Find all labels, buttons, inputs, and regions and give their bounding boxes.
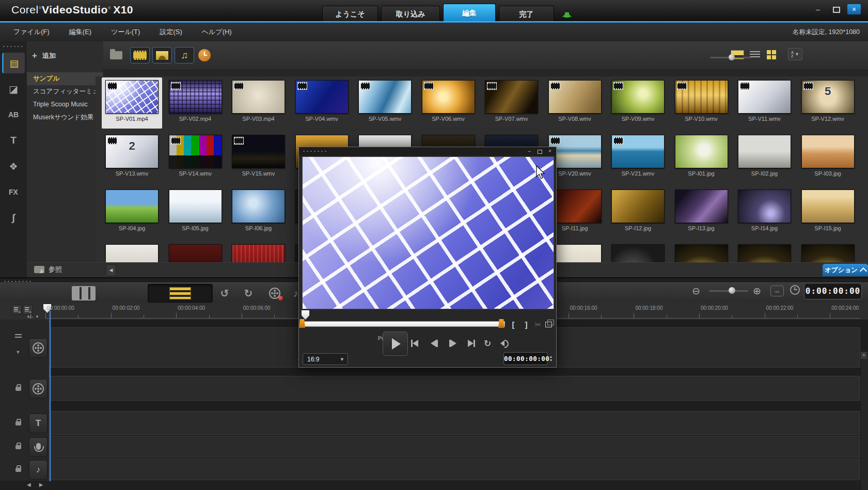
trim-handle-end[interactable] [498,319,504,328]
library-item[interactable] [228,242,289,262]
mark-in-button[interactable]: [ [508,320,518,330]
tab-4[interactable]: 完了 [499,6,554,21]
enlarge-preview-icon[interactable] [545,322,552,327]
storyboard-view-button[interactable] [66,284,101,303]
library-item[interactable]: SP-I05.jpg [165,187,226,238]
filter-photos-button[interactable] [152,47,172,64]
music-track-button[interactable]: ♪ [29,460,48,480]
library-item[interactable]: SP-V11.wmv [734,77,795,129]
category-4[interactable]: Muserkサウンド効果 [27,111,103,124]
video-track-expand[interactable]: ▼ [13,350,23,355]
rail-item-motion-path[interactable]: ∫ [2,208,25,228]
spin-down-icon[interactable]: ▼ [548,358,554,362]
maximize-button[interactable] [829,4,843,14]
green-up-arrow-icon[interactable] [562,7,572,19]
preview-titlebar[interactable]: – × [299,147,556,156]
library-item[interactable]: 5SP-V12.wmv [798,77,858,129]
library-item[interactable]: SP-I15.jpg [798,187,858,238]
thumbnail-size-slider[interactable] [710,54,751,61]
tab-2[interactable]: 取り込み [381,6,440,21]
menu-item-1[interactable]: ファイル(F) [13,27,50,37]
filter-audio-button[interactable]: ♫ [175,47,194,64]
library-item[interactable]: SP-I04.jpg [102,187,162,238]
menu-item-2[interactable]: 編集(E) [69,27,91,37]
project-duration-icon[interactable] [790,285,800,295]
voice-track-strip[interactable] [49,436,860,457]
close-button[interactable]: × [547,148,553,155]
repeat-button[interactable]: ↻ [482,337,493,350]
rail-item-title[interactable]: T [2,130,25,151]
timeline-timecode[interactable]: 0:00:00:00 [804,283,862,299]
timeline-vertical-scrollbar[interactable]: ∧ ∨ [860,351,868,490]
rail-item-media-library[interactable]: ▤ [2,53,25,73]
maximize-button[interactable] [536,148,543,155]
scroll-left-icon[interactable]: ◀ [27,482,31,487]
library-item[interactable]: SP-V10.wmv [671,77,732,129]
show-all-tracks-button[interactable] [12,305,22,314]
scrubber-track[interactable] [303,321,505,327]
redo-button[interactable]: ↻ [240,284,257,303]
library-item[interactable]: SP-I01.jpg [671,132,732,183]
track-manager-button[interactable] [23,305,33,314]
rail-item-filter-fx[interactable]: FX [2,182,25,202]
grid-view-button[interactable] [764,49,779,61]
next-frame-button[interactable] [447,337,459,350]
scroll-right-icon[interactable]: ▶ [39,482,43,487]
split-clip-button[interactable]: ✂ [533,320,543,330]
category-2[interactable]: スコアフィッターミュ... [27,85,103,98]
library-item[interactable] [165,242,226,262]
slider-knob[interactable] [729,287,735,294]
music-track-strip[interactable] [49,459,860,480]
library-item[interactable]: SP-I13.jpg [671,187,732,238]
mark-out-button[interactable]: ] [521,320,531,330]
library-item[interactable]: SP-V05.wmv [355,77,415,129]
voice-track-toggle[interactable] [13,442,23,449]
speed-lapse-button[interactable] [197,48,212,62]
minimize-button[interactable]: – [811,4,825,14]
preview-video-area[interactable] [302,156,554,309]
add-category-button[interactable]: + 追加 [32,51,56,61]
options-button[interactable]: オプション [823,264,868,276]
overlay-track-toggle[interactable] [13,384,23,391]
music-track-toggle[interactable] [13,465,23,472]
zoom-in-icon[interactable]: ⊕ [753,285,761,297]
tab-3[interactable]: 編集 [443,4,496,21]
library-item[interactable] [671,242,732,262]
library-item[interactable]: SP-V07.wmv [481,77,542,129]
go-to-start-button[interactable] [408,337,421,350]
minimize-button[interactable]: – [526,148,532,155]
add-remove-track-control[interactable]: +/- ▼ [27,314,39,320]
library-item[interactable]: SP-V21.wmv [608,132,668,183]
previous-frame-button[interactable] [428,337,440,350]
library-item[interactable]: SP-V15.wmv [228,132,289,183]
video-track-toggle[interactable] [13,334,23,339]
menu-item-3[interactable]: ツール(T) [111,27,140,37]
category-3[interactable]: Triple Scoop Music [27,98,103,111]
library-item[interactable]: SP-V09.wmv [608,77,668,129]
library-item[interactable] [734,242,795,262]
library-item[interactable] [608,242,668,262]
record-capture-button[interactable] [264,284,285,303]
voice-track-button[interactable] [29,437,48,457]
overlay-track-strip[interactable] [49,376,860,401]
category-1[interactable]: サンプル [27,72,103,85]
rail-item-overlay[interactable]: ❖ [2,156,25,177]
menu-item-4[interactable]: 設定(S) [160,27,182,37]
slider-knob[interactable] [729,54,735,60]
title-track-strip[interactable] [49,411,860,435]
sort-button[interactable]: A Z▼ [788,48,802,60]
import-folder-button[interactable] [108,49,124,62]
grid-scroll-left-button[interactable]: ◀ [106,264,116,276]
library-item[interactable]: SP-V06.wmv [418,77,479,129]
aspect-ratio-dropdown[interactable]: 16:9 ▼ [303,353,348,365]
library-item[interactable]: SP-I14.jpg [734,187,795,238]
scroll-up-icon[interactable]: ∧ [861,352,867,359]
library-item[interactable]: SP-I02.jpg [734,132,795,183]
library-item[interactable]: SP-V01.mp4 [102,77,162,129]
overlay-track-button[interactable] [29,379,48,399]
library-item[interactable]: SP-V14.wmv [165,132,226,183]
browse-button[interactable]: 参照 [34,265,62,274]
library-item[interactable]: SP-V08.wmv [545,77,605,129]
preview-timecode[interactable]: 00:00:00:00 [503,352,548,365]
library-item[interactable]: SP-I03.jpg [798,132,858,183]
